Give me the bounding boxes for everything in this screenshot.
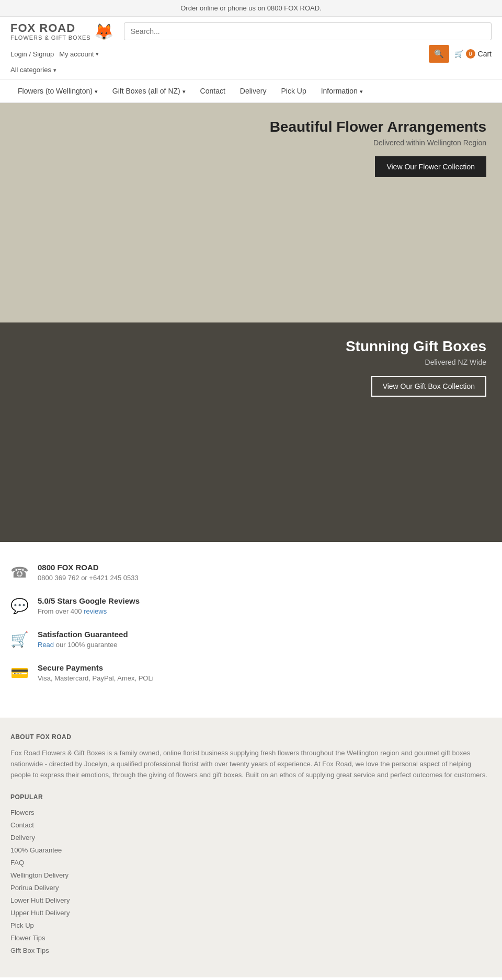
- list-item: Flower Tips: [10, 933, 492, 942]
- footer-link-flowers[interactable]: Flowers: [10, 809, 35, 816]
- payments-icon: 💳: [10, 664, 29, 682]
- hero-giftbox-content: Stunning Gift Boxes Delivered NZ Wide Vi…: [346, 322, 502, 397]
- info-payments-detail: Visa, Mastercard, PayPal, Amex, POLi: [38, 674, 154, 682]
- hero-flowers-content: Beautiful Flower Arrangements Delivered …: [270, 103, 502, 177]
- search-bar: [124, 22, 492, 40]
- main-nav: Flowers (to Wellington) Gift Boxes (all …: [0, 79, 502, 103]
- info-guarantee-heading: Satisfaction Guaranteed: [38, 630, 128, 639]
- top-bar: Order online or phone us on 0800 FOX ROA…: [0, 0, 502, 17]
- fox-icon: 🦊: [94, 22, 113, 41]
- cart-label: Cart: [478, 50, 492, 58]
- list-item: Porirua Delivery: [10, 883, 492, 892]
- reviews-link[interactable]: reviews: [84, 607, 107, 615]
- info-guarantee-detail: Read our 100% guarantee: [38, 641, 128, 649]
- footer-link-delivery[interactable]: Delivery: [10, 834, 35, 841]
- footer-about-heading: ABOUT FOX ROAD: [10, 733, 492, 741]
- footer-link-flower-tips[interactable]: Flower Tips: [10, 934, 45, 942]
- list-item: Upper Hutt Delivery: [10, 908, 492, 917]
- list-item: 100% Guarantee: [10, 846, 492, 854]
- info-item-guarantee: 🛒 Satisfaction Guaranteed Read our 100% …: [10, 630, 492, 649]
- top-bar-message: Order online or phone us on 0800 FOX ROA…: [180, 4, 322, 12]
- info-reviews-detail: From over 400 reviews: [38, 607, 140, 615]
- header: Fox Road Flowers & Gift Boxes 🦊 Login / …: [0, 17, 502, 79]
- reviews-icon: 💬: [10, 597, 29, 615]
- nav-link-flowers[interactable]: Flowers (to Wellington): [10, 79, 105, 102]
- hero-flowers-title: Beautiful Flower Arrangements: [270, 119, 486, 135]
- guarantee-link[interactable]: Read: [38, 641, 56, 649]
- logo[interactable]: Fox Road Flowers & Gift Boxes 🦊: [10, 22, 113, 41]
- nav-item-information[interactable]: Information: [314, 79, 370, 102]
- login-link[interactable]: Login / Signup: [10, 50, 54, 58]
- list-item: Wellington Delivery: [10, 871, 492, 879]
- info-guarantee-text: Satisfaction Guaranteed Read our 100% gu…: [38, 630, 128, 649]
- logo-line2: Flowers & Gift Boxes: [10, 34, 91, 41]
- hero-giftbox-subtitle: Delivered NZ Wide: [346, 358, 486, 366]
- phone-icon: ☎: [10, 564, 29, 581]
- footer-link-contact[interactable]: Contact: [10, 821, 34, 829]
- footer-link-guarantee[interactable]: 100% Guarantee: [10, 846, 62, 854]
- nav-item-flowers[interactable]: Flowers (to Wellington): [10, 79, 105, 102]
- footer: ABOUT FOX ROAD Fox Road Flowers & Gift B…: [0, 718, 502, 977]
- hero-giftbox-title: Stunning Gift Boxes: [346, 338, 486, 355]
- nav-link-information[interactable]: Information: [314, 79, 370, 102]
- footer-popular: POPULAR Flowers Contact Delivery 100% Gu…: [10, 793, 492, 954]
- info-payments-heading: Secure Payments: [38, 663, 154, 672]
- all-categories[interactable]: All categories ▾: [10, 66, 56, 74]
- list-item: Lower Hutt Delivery: [10, 896, 492, 904]
- account-chevron-icon: ▾: [96, 51, 99, 57]
- footer-about: ABOUT FOX ROAD Fox Road Flowers & Gift B…: [10, 733, 492, 780]
- info-phone-detail: 0800 369 762 or +6421 245 0533: [38, 574, 139, 582]
- nav-link-delivery[interactable]: Delivery: [233, 79, 274, 102]
- footer-about-text: Fox Road Flowers & Gift Boxes is a famil…: [10, 748, 492, 780]
- info-item-payments: 💳 Secure Payments Visa, Mastercard, PayP…: [10, 663, 492, 682]
- cart-count: 0: [466, 49, 475, 59]
- hero-flowers-cta-button[interactable]: View Our Flower Collection: [375, 156, 486, 177]
- list-item: FAQ: [10, 858, 492, 867]
- nav-link-giftboxes[interactable]: Gift Boxes (all of NZ): [105, 79, 193, 102]
- info-reviews-text: 5.0/5 Stars Google Reviews From over 400…: [38, 596, 140, 615]
- guarantee-icon: 🛒: [10, 631, 29, 648]
- info-reviews-heading: 5.0/5 Stars Google Reviews: [38, 596, 140, 605]
- cart-icon: 🛒: [454, 50, 463, 58]
- all-categories-chevron-icon: ▾: [53, 67, 56, 73]
- search-button[interactable]: 🔍: [429, 45, 449, 63]
- info-section: ☎ 0800 FOX ROAD 0800 369 762 or +6421 24…: [0, 542, 502, 718]
- cart-button[interactable]: 🛒 0 Cart: [454, 49, 492, 59]
- hero-giftbox-cta-button[interactable]: View Our Gift Box Collection: [371, 376, 486, 397]
- logo-line1: Fox Road: [10, 21, 75, 34]
- my-account-link[interactable]: My account ▾: [59, 50, 98, 58]
- hero-giftbox-section: Stunning Gift Boxes Delivered NZ Wide Vi…: [0, 322, 502, 542]
- footer-popular-heading: POPULAR: [10, 793, 492, 801]
- footer-link-giftbox-tips[interactable]: Gift Box Tips: [10, 947, 49, 954]
- nav-item-pickup[interactable]: Pick Up: [273, 79, 313, 102]
- info-phone-text: 0800 FOX ROAD 0800 369 762 or +6421 245 …: [38, 563, 139, 582]
- nav-link-contact[interactable]: Contact: [193, 79, 233, 102]
- hero-flowers-section: Beautiful Flower Arrangements Delivered …: [0, 103, 502, 322]
- list-item: Pick Up: [10, 921, 492, 929]
- list-item: Delivery: [10, 833, 492, 841]
- list-item: Contact: [10, 821, 492, 829]
- info-payments-text: Secure Payments Visa, Mastercard, PayPal…: [38, 663, 154, 682]
- footer-link-lower-hutt[interactable]: Lower Hutt Delivery: [10, 896, 70, 904]
- nav-item-contact[interactable]: Contact: [193, 79, 233, 102]
- footer-link-upper-hutt[interactable]: Upper Hutt Delivery: [10, 909, 70, 917]
- info-item-reviews: 💬 5.0/5 Stars Google Reviews From over 4…: [10, 596, 492, 615]
- logo-text: Fox Road Flowers & Gift Boxes: [10, 22, 91, 41]
- footer-link-porirua[interactable]: Porirua Delivery: [10, 884, 59, 892]
- footer-popular-links: Flowers Contact Delivery 100% Guarantee …: [10, 808, 492, 954]
- footer-link-pickup[interactable]: Pick Up: [10, 921, 34, 929]
- nav-item-giftboxes[interactable]: Gift Boxes (all of NZ): [105, 79, 193, 102]
- info-phone-heading: 0800 FOX ROAD: [38, 563, 139, 572]
- search-input[interactable]: [124, 22, 492, 40]
- list-item: Gift Box Tips: [10, 946, 492, 954]
- footer-link-wellington[interactable]: Wellington Delivery: [10, 871, 69, 879]
- hero-flowers-subtitle: Delivered within Wellington Region: [270, 139, 486, 147]
- nav-link-pickup[interactable]: Pick Up: [273, 79, 313, 102]
- nav-item-delivery[interactable]: Delivery: [233, 79, 274, 102]
- list-item: Flowers: [10, 808, 492, 816]
- info-item-phone: ☎ 0800 FOX ROAD 0800 369 762 or +6421 24…: [10, 563, 492, 582]
- footer-link-faq[interactable]: FAQ: [10, 859, 24, 867]
